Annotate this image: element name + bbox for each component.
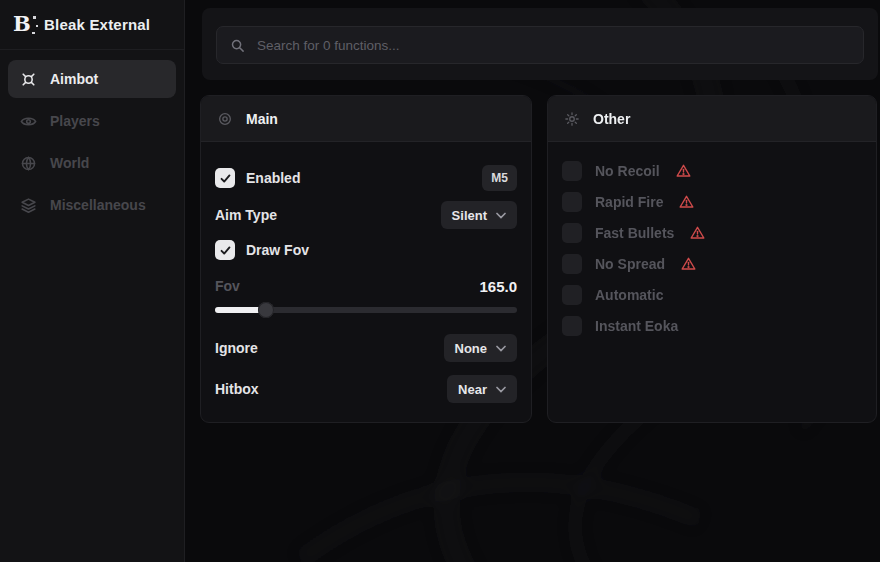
draw-fov-checkbox[interactable] bbox=[215, 240, 235, 260]
no-spread-label: No Spread bbox=[595, 256, 665, 272]
main-panel-header: Main bbox=[201, 96, 531, 142]
enabled-label: Enabled bbox=[246, 170, 300, 186]
bleak-external-window: { "app": { "title": "Bleak External" }, … bbox=[0, 0, 880, 562]
sidebar-item-label: Miscellaneous bbox=[50, 197, 146, 213]
fov-slider[interactable] bbox=[215, 302, 517, 318]
other-panel-body: No Recoil Rapid Fire Fast Bullets bbox=[548, 142, 876, 336]
ignore-value: None bbox=[455, 341, 488, 356]
sidebar-item-label: World bbox=[50, 155, 89, 171]
main-panel: Main Enabled M5 Aim Type Silent bbox=[200, 95, 532, 423]
hitbox-label: Hitbox bbox=[215, 381, 259, 397]
warning-triangle-icon bbox=[689, 225, 706, 241]
fast-bullets-checkbox[interactable] bbox=[562, 223, 582, 243]
sidebar-nav: Aimbot Players World Miscellaneous bbox=[0, 60, 184, 224]
no-recoil-checkbox[interactable] bbox=[562, 161, 582, 181]
warning-triangle-icon bbox=[678, 194, 695, 210]
other-panel: Other No Recoil Rapid Fire Fast Bullets bbox=[547, 95, 877, 423]
check-icon bbox=[219, 244, 232, 257]
ignore-dropdown[interactable]: None bbox=[444, 334, 518, 362]
crosshair-icon bbox=[20, 71, 37, 88]
draw-fov-label: Draw Fov bbox=[246, 242, 309, 258]
instant-eoka-label: Instant Eoka bbox=[595, 318, 678, 334]
automatic-checkbox[interactable] bbox=[562, 285, 582, 305]
no-spread-row: No Spread bbox=[562, 254, 862, 274]
app-title: Bleak External bbox=[44, 16, 150, 33]
ignore-label: Ignore bbox=[215, 340, 258, 356]
main-panel-title: Main bbox=[246, 111, 278, 127]
fov-value: 165.0 bbox=[479, 278, 517, 295]
hitbox-value: Near bbox=[458, 382, 487, 397]
automatic-row: Automatic bbox=[562, 285, 862, 305]
target-icon bbox=[217, 111, 233, 127]
app-logo-row: B Bleak External bbox=[0, 0, 184, 47]
sidebar-item-label: Aimbot bbox=[50, 71, 98, 87]
sidebar: B Bleak External Aimbot Players Wor bbox=[0, 0, 185, 562]
chevron-down-icon bbox=[496, 386, 506, 393]
chevron-down-icon bbox=[496, 345, 506, 352]
gear-icon bbox=[564, 111, 580, 127]
search-icon bbox=[230, 38, 245, 53]
sidebar-divider bbox=[0, 49, 184, 50]
rapid-fire-row: Rapid Fire bbox=[562, 192, 862, 212]
aim-type-label: Aim Type bbox=[215, 207, 277, 223]
warning-triangle-icon bbox=[680, 256, 697, 272]
fov-label: Fov bbox=[215, 278, 240, 294]
search-bar-container bbox=[202, 8, 878, 80]
hitbox-dropdown[interactable]: Near bbox=[447, 375, 517, 403]
sidebar-item-aimbot[interactable]: Aimbot bbox=[8, 60, 176, 98]
search-box[interactable] bbox=[216, 26, 864, 64]
other-panel-title: Other bbox=[593, 111, 630, 127]
aim-type-dropdown[interactable]: Silent bbox=[441, 201, 517, 229]
no-recoil-row: No Recoil bbox=[562, 161, 862, 181]
eye-icon bbox=[20, 113, 37, 130]
rapid-fire-label: Rapid Fire bbox=[595, 194, 663, 210]
hitbox-row: Hitbox Near bbox=[215, 375, 517, 403]
instant-eoka-checkbox[interactable] bbox=[562, 316, 582, 336]
bleak-logo-icon: B bbox=[13, 13, 33, 35]
enabled-checkbox[interactable] bbox=[215, 168, 235, 188]
sidebar-item-miscellaneous[interactable]: Miscellaneous bbox=[8, 186, 176, 224]
instant-eoka-row: Instant Eoka bbox=[562, 316, 862, 336]
chevron-down-icon bbox=[496, 212, 506, 219]
sidebar-item-world[interactable]: World bbox=[8, 144, 176, 182]
no-spread-checkbox[interactable] bbox=[562, 254, 582, 274]
check-icon bbox=[219, 172, 232, 185]
globe-icon bbox=[20, 155, 37, 172]
no-recoil-label: No Recoil bbox=[595, 163, 660, 179]
search-input[interactable] bbox=[257, 38, 850, 53]
main-panel-body: Enabled M5 Aim Type Silent bbox=[201, 142, 531, 403]
layers-icon bbox=[20, 197, 37, 214]
enabled-keybind-button[interactable]: M5 bbox=[482, 165, 517, 191]
sidebar-item-label: Players bbox=[50, 113, 100, 129]
aim-type-row: Aim Type Silent bbox=[215, 201, 517, 229]
rapid-fire-checkbox[interactable] bbox=[562, 192, 582, 212]
fast-bullets-label: Fast Bullets bbox=[595, 225, 674, 241]
automatic-label: Automatic bbox=[595, 287, 663, 303]
fov-value-row: Fov 165.0 bbox=[215, 277, 517, 295]
warning-triangle-icon bbox=[675, 163, 692, 179]
fov-slider-thumb[interactable] bbox=[258, 302, 274, 318]
enabled-row: Enabled M5 bbox=[215, 165, 517, 191]
ignore-row: Ignore None bbox=[215, 334, 517, 362]
fast-bullets-row: Fast Bullets bbox=[562, 223, 862, 243]
aim-type-value: Silent bbox=[452, 208, 487, 223]
draw-fov-row: Draw Fov bbox=[215, 237, 517, 263]
sidebar-item-players[interactable]: Players bbox=[8, 102, 176, 140]
other-panel-header: Other bbox=[548, 96, 876, 142]
